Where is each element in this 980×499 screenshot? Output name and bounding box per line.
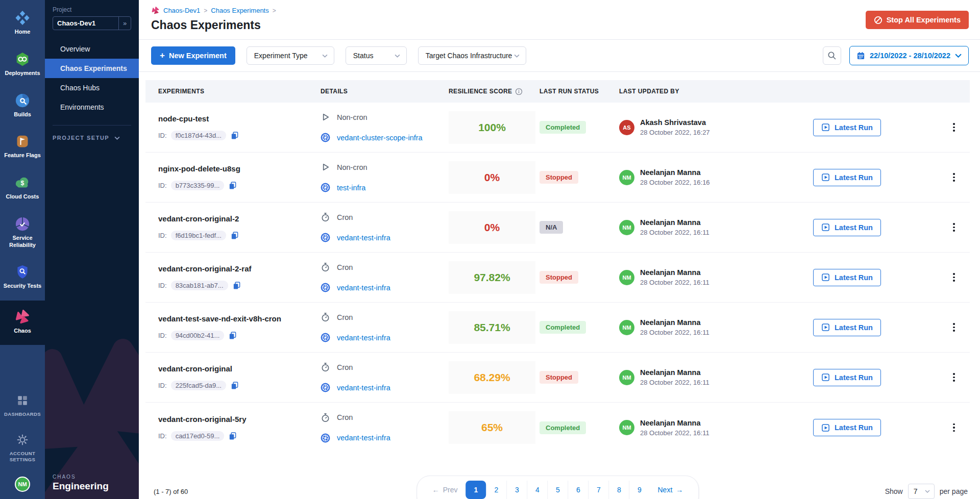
- latest-run-button[interactable]: Latest Run: [813, 119, 881, 136]
- page-button-5[interactable]: 5: [548, 481, 568, 499]
- prev-page-button[interactable]: ← Prev: [424, 481, 466, 499]
- latest-run-button[interactable]: Latest Run: [813, 219, 881, 236]
- copy-icon[interactable]: [230, 381, 239, 390]
- kebab-menu[interactable]: [948, 420, 960, 435]
- user-name: Neelanjan Manna: [640, 419, 709, 427]
- details-cell: Non-cron test-infra: [321, 162, 449, 192]
- infra-link[interactable]: vedant-test-infra: [337, 284, 390, 292]
- latest-run-cell: Latest Run: [813, 119, 938, 136]
- svg-text:$: $: [21, 180, 24, 187]
- sidebar-item-security-tests[interactable]: Security Tests: [0, 259, 45, 294]
- project-setup-toggle[interactable]: PROJECT SETUP: [53, 135, 131, 141]
- nav-item-overview[interactable]: Overview: [45, 39, 139, 59]
- infra-link[interactable]: vedant-test-infra: [337, 384, 390, 392]
- user-avatar[interactable]: NM: [15, 477, 30, 492]
- experiments-table: EXPERIMENTS DETAILS RESILIENCE SCORE LAS…: [145, 80, 970, 453]
- experiment-type-filter[interactable]: Experiment Type: [247, 46, 334, 65]
- updated-by-cell: NM Neelanjan Manna 28 October 2022, 16:1…: [619, 318, 813, 336]
- latest-run-button[interactable]: Latest Run: [813, 369, 881, 386]
- copy-icon[interactable]: [228, 331, 237, 340]
- stop-all-experiments-button[interactable]: Stop All Experiments: [866, 11, 969, 29]
- sidebar-item-account-settings[interactable]: ACCOUNT SETTINGS: [0, 427, 45, 467]
- copy-icon[interactable]: [230, 131, 239, 140]
- experiment-id: 225fcad5-da9...: [171, 381, 226, 390]
- score-cell: 68.29%: [449, 361, 540, 394]
- experiment-name[interactable]: vedant-cron-original-2-raf: [158, 264, 321, 273]
- copy-icon[interactable]: [228, 181, 237, 190]
- latest-run-button[interactable]: Latest Run: [813, 319, 881, 336]
- page-button-6[interactable]: 6: [568, 481, 589, 499]
- sidebar-item-builds[interactable]: Builds: [0, 88, 45, 123]
- infra-link[interactable]: test-infra: [337, 184, 365, 192]
- copy-icon[interactable]: [230, 231, 239, 240]
- target-infrastructure-filter[interactable]: Target Chaos Infrastructure: [418, 46, 526, 65]
- page-button-9[interactable]: 9: [629, 481, 650, 499]
- chevron-down-icon: [114, 136, 120, 140]
- next-page-button[interactable]: Next →: [650, 481, 692, 499]
- resilience-score: 68.29%: [449, 361, 535, 394]
- sidebar-item-dashboards[interactable]: DASHBOARDS: [0, 388, 45, 422]
- kebab-menu[interactable]: [948, 320, 960, 335]
- latest-run-button[interactable]: Latest Run: [813, 269, 881, 286]
- nav-item-environments[interactable]: Environments: [45, 97, 139, 117]
- infra-link[interactable]: vedant-test-infra: [337, 234, 390, 242]
- infra-link[interactable]: vedant-test-infra: [337, 434, 390, 442]
- kebab-menu[interactable]: [948, 170, 960, 185]
- infra-link[interactable]: vedant-cluster-scope-infra: [337, 134, 423, 142]
- nav-item-chaos-experiments[interactable]: Chaos Experiments: [45, 59, 139, 78]
- project-selector[interactable]: Chaos-Dev1 »: [53, 16, 131, 30]
- page-title: Chaos Experiments: [151, 18, 968, 32]
- sidebar-item-cloud-costs[interactable]: $ Cloud Costs: [0, 170, 45, 205]
- schedule-icon: [321, 413, 330, 422]
- experiment-id-label: ID:: [158, 232, 167, 239]
- avatar: NM: [619, 320, 634, 335]
- page-button-1[interactable]: 1: [466, 481, 486, 499]
- info-icon[interactable]: [515, 88, 523, 95]
- infra-link[interactable]: vedant-test-infra: [337, 334, 390, 342]
- status-filter[interactable]: Status: [346, 46, 407, 65]
- kubernetes-icon: [321, 183, 330, 192]
- sidebar-item-service-reliability[interactable]: Service Reliability: [0, 211, 45, 254]
- status-cell: Completed: [540, 321, 619, 334]
- experiment-name[interactable]: vedant-cron-original-5ry: [158, 415, 321, 423]
- kubernetes-icon: [321, 233, 330, 242]
- sidebar-item-chaos[interactable]: Chaos: [0, 301, 45, 345]
- per-page-select[interactable]: 7: [908, 484, 935, 499]
- kebab-menu[interactable]: [948, 220, 960, 235]
- experiment-name[interactable]: nginx-pod-delete-u8sg: [158, 164, 321, 173]
- table-row: node-cpu-test ID: f0c187d4-43d...: [145, 103, 970, 153]
- copy-icon[interactable]: [228, 432, 237, 440]
- experiment-name[interactable]: vedant-cron-original: [158, 364, 321, 373]
- page-button-3[interactable]: 3: [507, 481, 527, 499]
- expand-project-icon[interactable]: »: [118, 17, 131, 30]
- page-button-4[interactable]: 4: [527, 481, 548, 499]
- details-cell: Non-cron vedant-cluster-scope-infra: [321, 112, 449, 142]
- page-button-7[interactable]: 7: [589, 481, 609, 499]
- page-button-2[interactable]: 2: [486, 481, 507, 499]
- sidebar-item-home[interactable]: Home: [0, 5, 45, 40]
- new-experiment-button[interactable]: + New Experiment: [151, 46, 235, 65]
- date-range-picker[interactable]: 22/10/2022 - 28/10/2022: [849, 46, 969, 65]
- breadcrumb-project-link[interactable]: Chaos-Dev1: [163, 7, 200, 14]
- security-tests-icon: [15, 264, 30, 280]
- nav-item-chaos-hubs[interactable]: Chaos Hubs: [45, 78, 139, 97]
- sidebar-item-feature-flags[interactable]: Feature Flags: [0, 129, 45, 164]
- chevron-down-icon: [322, 54, 328, 58]
- experiment-name[interactable]: vedant-cron-original-2: [158, 214, 321, 223]
- experiment-cell: nginx-pod-delete-u8sg ID: b773c335-99...: [158, 164, 321, 190]
- kebab-menu[interactable]: [948, 270, 960, 285]
- schedule-type: Cron: [337, 363, 353, 371]
- latest-run-button[interactable]: Latest Run: [813, 169, 881, 186]
- copy-icon[interactable]: [232, 281, 241, 290]
- search-button[interactable]: [823, 46, 841, 65]
- latest-run-button[interactable]: Latest Run: [813, 419, 881, 436]
- run-icon: [821, 373, 830, 382]
- page-button-8[interactable]: 8: [609, 481, 629, 499]
- sidebar-item-deployments[interactable]: Deployments: [0, 46, 45, 82]
- breadcrumb-experiments-link[interactable]: Chaos Experiments: [211, 7, 268, 14]
- experiment-name[interactable]: node-cpu-test: [158, 114, 321, 123]
- experiment-id: 83cab181-ab7...: [171, 281, 228, 290]
- kebab-menu[interactable]: [948, 120, 960, 135]
- kebab-menu[interactable]: [948, 370, 960, 385]
- experiment-name[interactable]: vedant-test-save-nd-exit-v8h-cron: [158, 314, 321, 323]
